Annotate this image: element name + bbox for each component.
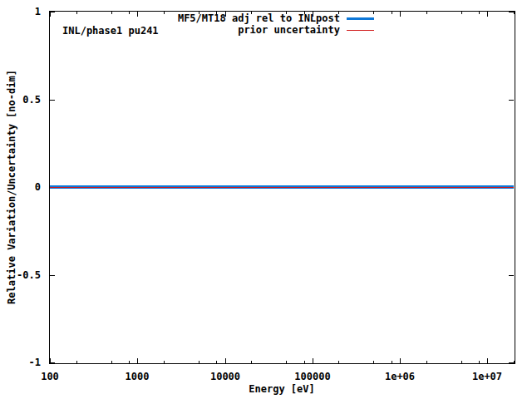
x-minor-tick bbox=[461, 361, 462, 363]
x-major-tick-mirror bbox=[225, 12, 226, 17]
x-minor-tick bbox=[251, 361, 252, 363]
plot-annotation: INL/phase1 pu241 bbox=[62, 25, 159, 37]
x-tick-label: 1000 bbox=[126, 371, 150, 382]
x-minor-tick-mirror bbox=[479, 12, 480, 14]
x-minor-tick bbox=[479, 361, 480, 363]
x-minor-tick bbox=[111, 361, 112, 363]
x-minor-tick bbox=[199, 361, 200, 363]
x-minor-tick bbox=[164, 361, 165, 363]
x-minor-tick bbox=[426, 361, 427, 363]
x-tick-label: 100 bbox=[41, 371, 59, 382]
x-major-tick bbox=[400, 358, 401, 363]
legend-row: MF5/MT18 adj rel to INLpost bbox=[178, 12, 374, 24]
gnuplot-chart: Relative Variation/Uncertainty [no-dim] … bbox=[0, 0, 532, 399]
x-minor-tick-mirror bbox=[338, 12, 339, 14]
y-tick-label: -0.5 bbox=[0, 269, 41, 281]
y-tick-mirror bbox=[509, 12, 514, 12]
y-tick bbox=[50, 362, 55, 363]
x-tick-label: 100000 bbox=[294, 371, 330, 382]
x-minor-tick-mirror bbox=[514, 12, 515, 14]
x-minor-tick bbox=[286, 361, 287, 363]
x-minor-tick-mirror bbox=[111, 12, 112, 14]
legend-line-sample bbox=[347, 17, 374, 20]
x-axis-label: Energy [eV] bbox=[249, 383, 314, 395]
x-minor-tick bbox=[129, 361, 130, 363]
legend: MF5/MT18 adj rel to INLpostprior uncerta… bbox=[178, 12, 374, 36]
x-major-tick bbox=[313, 358, 313, 363]
x-minor-tick-mirror bbox=[426, 12, 427, 14]
y-tick-mirror bbox=[509, 362, 514, 363]
x-minor-tick bbox=[373, 361, 374, 363]
legend-label: MF5/MT18 adj rel to INLpost bbox=[178, 12, 340, 24]
x-minor-tick bbox=[338, 361, 339, 363]
x-minor-tick bbox=[216, 361, 217, 363]
y-tick-label: 0.5 bbox=[0, 94, 41, 106]
x-minor-tick-mirror bbox=[461, 12, 462, 14]
y-tick bbox=[50, 275, 55, 276]
x-major-tick bbox=[487, 358, 488, 363]
x-minor-tick-mirror bbox=[199, 12, 200, 14]
x-minor-tick bbox=[76, 361, 77, 363]
legend-line-sample bbox=[347, 30, 374, 31]
series-line-prior bbox=[50, 187, 514, 188]
y-tick bbox=[50, 12, 55, 12]
x-major-tick-mirror bbox=[313, 12, 313, 17]
x-major-tick-mirror bbox=[137, 12, 138, 17]
x-tick-label: 1e+06 bbox=[385, 371, 415, 382]
x-minor-tick bbox=[304, 361, 305, 363]
y-tick bbox=[50, 100, 55, 101]
x-major-tick bbox=[225, 358, 226, 363]
x-minor-tick-mirror bbox=[304, 12, 305, 14]
x-minor-tick-mirror bbox=[76, 12, 77, 14]
y-tick-label: 1 bbox=[0, 6, 41, 17]
legend-label: prior uncertainty bbox=[238, 24, 340, 36]
x-minor-tick-mirror bbox=[286, 12, 287, 14]
x-minor-tick-mirror bbox=[251, 12, 252, 14]
x-major-tick bbox=[137, 358, 138, 363]
x-tick-label: 1e+07 bbox=[472, 371, 502, 382]
y-tick-mirror bbox=[509, 100, 514, 101]
x-major-tick-mirror bbox=[400, 12, 401, 17]
x-minor-tick-mirror bbox=[129, 12, 130, 14]
x-minor-tick-mirror bbox=[164, 12, 165, 14]
y-tick-label: 0 bbox=[0, 181, 41, 193]
x-minor-tick-mirror bbox=[216, 12, 217, 14]
legend-row: prior uncertainty bbox=[178, 24, 374, 36]
x-minor-tick bbox=[514, 361, 515, 363]
y-tick-label: -1 bbox=[0, 357, 41, 368]
y-tick-mirror bbox=[509, 275, 514, 276]
x-major-tick-mirror bbox=[487, 12, 488, 17]
x-minor-tick-mirror bbox=[392, 12, 392, 14]
x-minor-tick-mirror bbox=[373, 12, 374, 14]
x-minor-tick bbox=[392, 361, 392, 363]
x-tick-label: 10000 bbox=[210, 371, 240, 382]
